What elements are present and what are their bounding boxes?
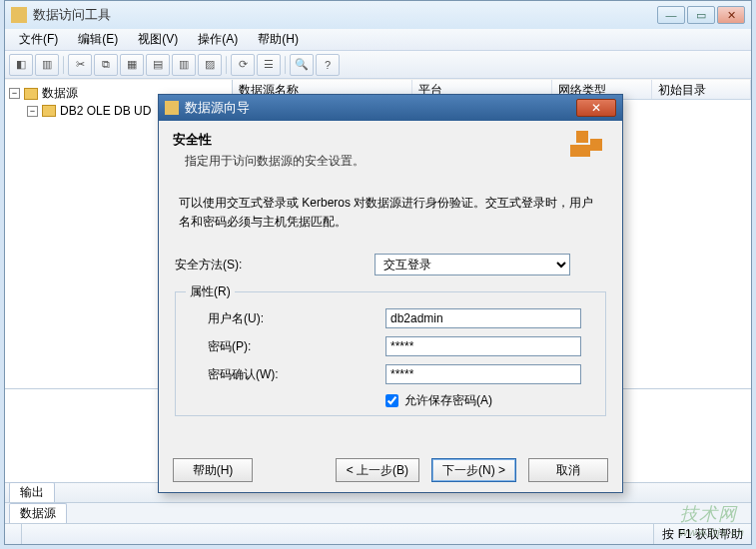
row-password: 密码(P): <box>186 336 595 356</box>
wizard-dialog: 数据源向导 ✕ 安全性 指定用于访问数据源的安全设置。 可以使用交互式登录或 K… <box>158 94 623 493</box>
next-button[interactable]: 下一步(N) > <box>431 458 516 482</box>
menu-file[interactable]: 文件(F) <box>9 29 68 50</box>
toolbar-sep <box>63 56 64 74</box>
dialog-heading: 安全性 <box>173 131 564 149</box>
statusbar: 数据源 按 F1 获取帮助 <box>5 502 751 544</box>
security-method-label: 安全方法(S): <box>175 257 375 274</box>
dialog-body: 安全性 指定用于访问数据源的安全设置。 可以使用交互式登录或 Kerberos … <box>159 121 622 492</box>
bottom-tabs: 数据源 <box>5 502 751 523</box>
toolbar-btn2-icon[interactable]: ▥ <box>172 54 196 76</box>
folder-icon <box>42 105 56 117</box>
tree-child-label: DB2 OLE DB UD <box>60 104 151 118</box>
menu-edit[interactable]: 编辑(E) <box>68 29 128 50</box>
confirm-label: 密码确认(W): <box>186 366 385 383</box>
menu-help[interactable]: 帮助(H) <box>248 29 309 50</box>
toolbar-help-icon[interactable]: ? <box>316 54 340 76</box>
dialog-description: 可以使用交互式登录或 Kerberos 对数据源进行身份验证。交互式登录时，用户… <box>173 194 608 232</box>
tab-output[interactable]: 输出 <box>9 482 55 502</box>
password-label: 密码(P): <box>186 338 385 355</box>
status-seg-1 <box>5 524 22 544</box>
toolbar-open-icon[interactable]: ▥ <box>35 54 59 76</box>
toolbar-paste-icon[interactable]: ▦ <box>120 54 144 76</box>
menubar: 文件(F) 编辑(E) 视图(V) 操作(A) 帮助(H) <box>5 29 751 51</box>
row-username: 用户名(U): <box>186 308 595 328</box>
window-title: 数据访问工具 <box>33 6 657 24</box>
username-label: 用户名(U): <box>186 310 385 327</box>
toolbar-props-icon[interactable]: ☰ <box>257 54 281 76</box>
close-button[interactable]: ✕ <box>717 6 745 24</box>
folder-icon <box>24 88 38 100</box>
toolbar: ◧ ▥ ✂ ⧉ ▦ ▤ ▥ ▨ ⟳ ☰ 🔍 ? <box>5 51 751 79</box>
app-icon <box>11 7 27 23</box>
dialog-icon <box>165 101 179 115</box>
dialog-titlebar: 数据源向导 ✕ <box>159 95 622 121</box>
toolbar-btn-icon[interactable]: ▤ <box>146 54 170 76</box>
dialog-buttons: 帮助(H) < 上一步(B) 下一步(N) > 取消 <box>159 458 622 482</box>
collapse-icon[interactable]: − <box>27 106 38 117</box>
dialog-header-text: 安全性 指定用于访问数据源的安全设置。 <box>173 131 564 170</box>
status-segments: 按 F1 获取帮助 <box>5 523 751 544</box>
minimize-button[interactable]: — <box>657 6 685 24</box>
menu-action[interactable]: 操作(A) <box>188 29 248 50</box>
tab-datasource[interactable]: 数据源 <box>9 503 67 523</box>
allow-save-label: 允许保存密码(A) <box>404 392 492 409</box>
help-button[interactable]: 帮助(H) <box>173 458 253 482</box>
row-allow-save: 允许保存密码(A) <box>186 392 595 409</box>
col-initial[interactable]: 初始目录 <box>652 80 751 99</box>
toolbar-cut-icon[interactable]: ✂ <box>68 54 92 76</box>
allow-save-checkbox[interactable] <box>385 394 398 407</box>
back-button[interactable]: < 上一步(B) <box>336 458 419 482</box>
dialog-close-button[interactable]: ✕ <box>576 99 616 117</box>
password-input[interactable] <box>385 336 581 356</box>
attributes-legend: 属性(R) <box>186 283 235 300</box>
attributes-fieldset: 属性(R) 用户名(U): 密码(P): 密码确认(W): 允许保存密码(A) <box>175 283 606 416</box>
titlebar: 数据访问工具 — ▭ ✕ <box>5 1 751 29</box>
collapse-icon[interactable]: − <box>9 88 20 99</box>
row-confirm: 密码确认(W): <box>186 364 595 384</box>
row-security-method: 安全方法(S): 交互登录 <box>175 254 606 275</box>
dialog-subheading: 指定用于访问数据源的安全设置。 <box>173 153 564 170</box>
menu-view[interactable]: 视图(V) <box>128 29 188 50</box>
toolbar-new-icon[interactable]: ◧ <box>9 54 33 76</box>
toolbar-copy-icon[interactable]: ⧉ <box>94 54 118 76</box>
status-help-hint: 按 F1 获取帮助 <box>653 524 751 544</box>
toolbar-refresh-icon[interactable]: ⟳ <box>231 54 255 76</box>
window-buttons: — ▭ ✕ <box>657 6 745 24</box>
form-area: 安全方法(S): 交互登录 属性(R) 用户名(U): 密码(P): 密码确认(… <box>173 254 608 416</box>
dialog-title: 数据源向导 <box>185 99 250 117</box>
username-input[interactable] <box>385 308 581 328</box>
dialog-graphic-icon <box>564 131 608 165</box>
toolbar-sep2 <box>226 56 227 74</box>
dialog-header: 安全性 指定用于访问数据源的安全设置。 <box>173 131 608 170</box>
toolbar-find-icon[interactable]: 🔍 <box>290 54 314 76</box>
toolbar-btn3-icon[interactable]: ▨ <box>198 54 222 76</box>
tree-root-label: 数据源 <box>42 85 78 102</box>
toolbar-sep3 <box>285 56 286 74</box>
confirm-input[interactable] <box>385 364 581 384</box>
cancel-button[interactable]: 取消 <box>528 458 608 482</box>
maximize-button[interactable]: ▭ <box>687 6 715 24</box>
security-method-select[interactable]: 交互登录 <box>375 254 570 275</box>
